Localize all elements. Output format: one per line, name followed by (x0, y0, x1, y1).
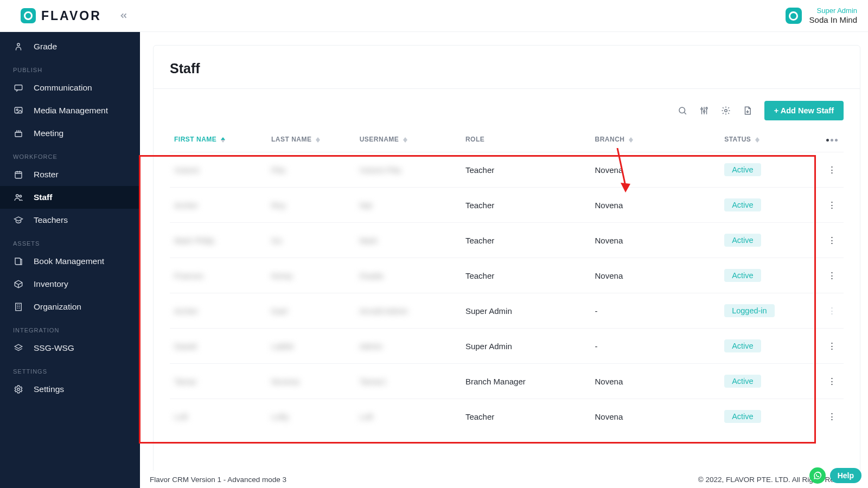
cell-branch: - (595, 342, 598, 351)
row-actions-icon[interactable]: ⋮ (820, 152, 844, 188)
cell-username: Arnold Admin (360, 306, 408, 316)
sidebar-item-label: Communication (34, 83, 92, 93)
more-header-icon (826, 139, 838, 142)
table-row[interactable]: VutomiPitaVutomi PitaTeacherNovenaActive… (170, 152, 844, 188)
sidebar-item-roster[interactable]: Roster (0, 163, 140, 186)
cell-last-name: Pita (271, 165, 285, 175)
sidebar-item-ssg[interactable]: SSG-WSG (0, 337, 140, 359)
status-badge: Active (724, 375, 761, 388)
sidebar-item-communication[interactable]: Communication (0, 76, 140, 99)
sidebar-item-book[interactable]: Book Management (0, 250, 140, 273)
help-button[interactable]: Help (830, 468, 861, 483)
row-actions-icon[interactable]: ⋮ (820, 188, 844, 223)
row-actions-icon[interactable]: ⋮ (820, 364, 844, 399)
book-icon (13, 256, 24, 267)
sidebar-item-org[interactable]: Organization (0, 296, 140, 318)
cell-username: Loft (360, 412, 373, 421)
add-staff-button[interactable]: + Add New Staff (764, 101, 844, 120)
export-icon[interactable] (743, 106, 752, 115)
settings-icon[interactable] (721, 106, 731, 115)
sidebar-item-label: Media Management (34, 106, 108, 115)
box-icon (13, 279, 24, 290)
media-icon (13, 105, 24, 116)
col-username[interactable]: USERNAME (355, 126, 461, 152)
table-row[interactable]: ArcherRoyNatTeacherNovenaActive⋮ (170, 188, 844, 223)
user-block[interactable]: Super Admin Soda In Mind (786, 7, 857, 25)
row-actions-icon[interactable]: ⋮ (820, 223, 844, 258)
table-row[interactable]: DawidLabbitAdminSuper Admin-Active⋮ (170, 329, 844, 364)
sidebar-item-label: SSG-WSG (34, 343, 74, 353)
mortarboard-icon (13, 215, 24, 226)
whatsapp-icon[interactable] (809, 467, 826, 484)
table-row[interactable]: ArcherKaelArnold AdminSuper Admin-Logged… (170, 293, 844, 329)
col-first-name[interactable]: FIRST NAME (170, 126, 267, 152)
svg-rect-4 (15, 132, 22, 137)
filter-icon[interactable] (699, 106, 709, 115)
row-actions-icon[interactable]: ⋮ (820, 399, 844, 434)
cell-first-name: Archer (174, 306, 198, 316)
col-more[interactable] (820, 126, 844, 152)
svg-point-12 (703, 111, 705, 112)
table-row[interactable]: TamarNovenaTamar1Branch ManagerNovenaAct… (170, 364, 844, 399)
cell-last-name: Kemp (271, 271, 292, 280)
brand-name: FLAVOR (41, 9, 101, 23)
meeting-icon (13, 128, 24, 139)
svg-point-11 (701, 108, 703, 110)
svg-point-6 (16, 195, 19, 197)
cell-username: Dsada (360, 271, 383, 280)
sidebar-item-media[interactable]: Media Management (0, 99, 140, 122)
sidebar-collapse-icon[interactable] (119, 11, 129, 21)
status-badge: Active (724, 163, 761, 176)
svg-point-3 (16, 109, 18, 111)
sidebar-item-label: Grade (34, 42, 57, 52)
sidebar-item-settings[interactable]: Settings (0, 378, 140, 401)
cell-last-name: Kael (271, 306, 288, 316)
section-assets: ASSETS (0, 232, 140, 250)
col-status[interactable]: STATUS (720, 126, 820, 152)
staff-table: FIRST NAME LAST NAME USERNAME ROLE BRANC… (170, 126, 844, 434)
sidebar-item-teachers[interactable]: Teachers (0, 209, 140, 232)
sidebar-item-label: Inventory (34, 279, 68, 289)
top-header: FLAVOR Super Admin Soda In Mind (0, 0, 868, 32)
cell-branch: Novena (595, 377, 623, 386)
cell-role: Teacher (465, 201, 494, 210)
svg-point-14 (725, 110, 727, 112)
status-badge: Active (724, 339, 761, 352)
cell-first-name: Vutomi (174, 165, 199, 175)
svg-rect-8 (16, 303, 22, 311)
search-icon[interactable] (678, 106, 687, 115)
section-workforce: WORKFORCE (0, 145, 140, 163)
sidebar-item-meeting[interactable]: Meeting (0, 122, 140, 145)
row-actions-icon[interactable]: ⋮ (820, 258, 844, 293)
cell-last-name: Roy (271, 201, 286, 210)
user-role: Super Admin (809, 7, 857, 15)
grade-icon (13, 41, 24, 52)
section-settings: SETTINGS (0, 359, 140, 378)
cell-username: Nat (360, 201, 372, 210)
row-actions-icon[interactable]: ⋮ (820, 293, 844, 329)
col-role[interactable]: ROLE (461, 126, 591, 152)
status-badge: Active (724, 410, 761, 423)
cell-first-name: Frances (174, 271, 203, 280)
col-branch[interactable]: BRANCH (591, 126, 720, 152)
sidebar-item-grade[interactable]: Grade (0, 35, 140, 58)
brand-logo-icon (21, 8, 36, 23)
col-last-name[interactable]: LAST NAME (267, 126, 355, 152)
sidebar-item-inventory[interactable]: Inventory (0, 273, 140, 296)
table-row[interactable]: LoftLoftyLoftTeacherNovenaActive⋮ (170, 399, 844, 434)
status-badge: Logged-in (724, 304, 775, 317)
cell-branch: Novena (595, 165, 623, 175)
cell-username: Vutomi Pita (360, 165, 401, 175)
svg-point-13 (706, 107, 707, 109)
table-row[interactable]: Mark PhilipGoMarkTeacherNovenaActive⋮ (170, 223, 844, 258)
sidebar-item-staff[interactable]: Staff (0, 186, 140, 209)
cell-first-name: Mark Philip (174, 236, 214, 245)
user-company: Soda In Mind (809, 15, 857, 25)
footer: Flavor CRM Version 1 - Advanced mode 3 ©… (140, 471, 868, 488)
table-row[interactable]: FrancesKempDsadaTeacherNovenaActive⋮ (170, 258, 844, 293)
status-badge: Active (724, 234, 761, 247)
cell-branch: Novena (595, 201, 623, 210)
row-actions-icon[interactable]: ⋮ (820, 329, 844, 364)
cell-last-name: Lofty (271, 412, 289, 421)
calendar-icon (13, 169, 24, 180)
